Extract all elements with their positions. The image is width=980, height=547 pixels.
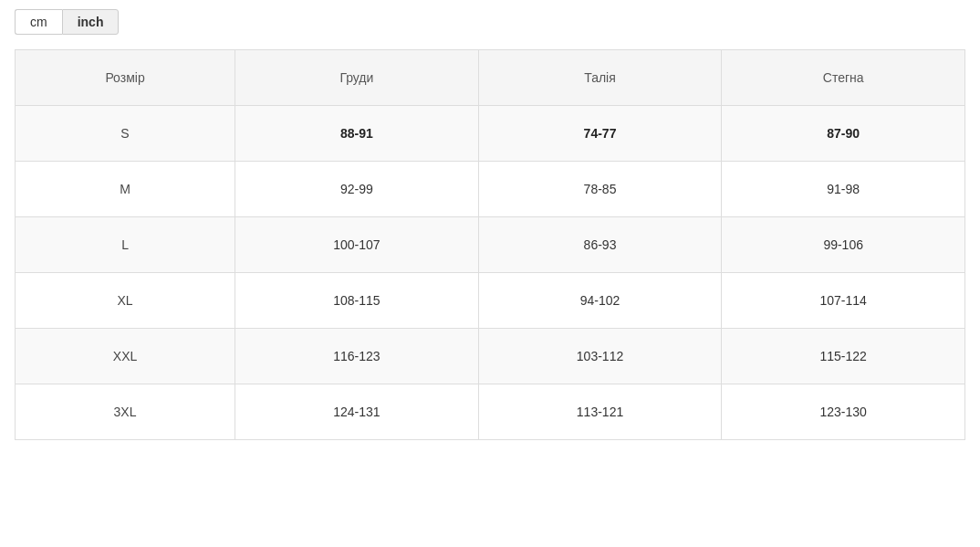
cm-button[interactable]: cm: [15, 9, 62, 35]
cell-chest: 92-99: [235, 162, 479, 217]
cell-size: L: [16, 217, 235, 273]
table-row: M92-9978-8591-98: [16, 162, 965, 217]
cell-waist: 86-93: [478, 217, 722, 273]
cell-chest: 124-131: [235, 384, 479, 440]
unit-toggle-group: cm inch: [15, 9, 965, 35]
cell-chest: 88-91: [235, 106, 479, 162]
cell-hips: 87-90: [722, 106, 965, 162]
cell-chest: 116-123: [235, 329, 479, 384]
cell-waist: 113-121: [478, 384, 722, 440]
header-waist: Талія: [478, 50, 722, 106]
cell-hips: 99-106: [722, 217, 965, 273]
table-row: L100-10786-9399-106: [16, 217, 965, 273]
table-row: XL108-11594-102107-114: [16, 273, 965, 329]
cell-size: XXL: [16, 329, 235, 384]
table-row: 3XL124-131113-121123-130: [16, 384, 965, 440]
cell-waist: 78-85: [478, 162, 722, 217]
header-size: Розмір: [16, 50, 235, 106]
size-chart-table: Розмір Груди Талія Стегна S88-9174-7787-…: [15, 49, 965, 440]
header-hips: Стегна: [722, 50, 965, 106]
cell-size: XL: [16, 273, 235, 329]
cell-hips: 123-130: [722, 384, 965, 440]
cell-waist: 103-112: [478, 329, 722, 384]
cell-chest: 108-115: [235, 273, 479, 329]
table-header-row: Розмір Груди Талія Стегна: [16, 50, 965, 106]
table-row: S88-9174-7787-90: [16, 106, 965, 162]
cell-size: M: [16, 162, 235, 217]
cell-chest: 100-107: [235, 217, 479, 273]
cell-waist: 94-102: [478, 273, 722, 329]
cell-waist: 74-77: [478, 106, 722, 162]
cell-hips: 115-122: [722, 329, 965, 384]
cell-size: 3XL: [16, 384, 235, 440]
cell-hips: 91-98: [722, 162, 965, 217]
header-chest: Груди: [235, 50, 479, 106]
cell-hips: 107-114: [722, 273, 965, 329]
table-row: XXL116-123103-112115-122: [16, 329, 965, 384]
inch-button[interactable]: inch: [62, 9, 120, 35]
cell-size: S: [16, 106, 235, 162]
